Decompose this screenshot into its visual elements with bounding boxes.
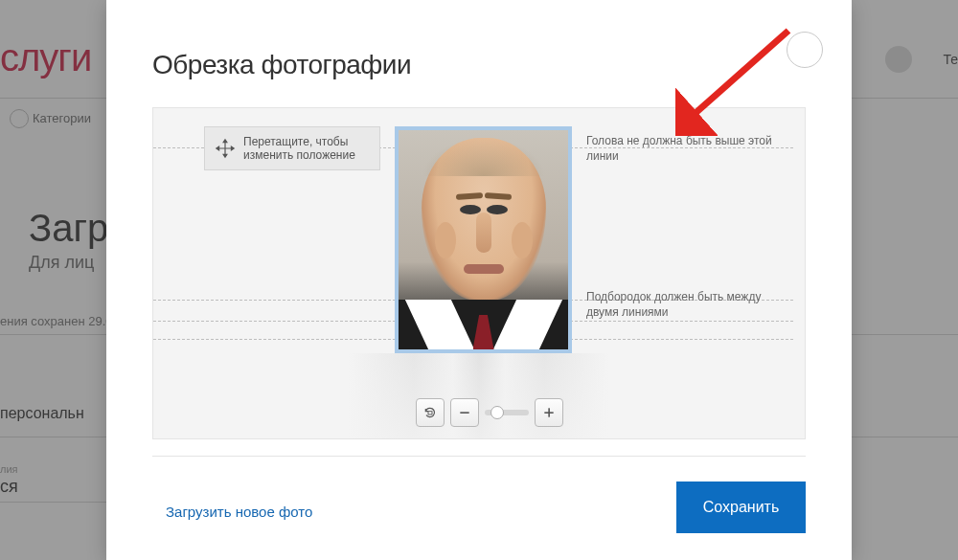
svg-rect-3 <box>548 408 550 416</box>
drag-hint: Перетащите, чтобы изменить положение <box>204 126 380 170</box>
guide-label-top: Голова не должна быть выше этой линии <box>586 134 792 164</box>
guide-label-chin: Подбородок должен быть между двумя линия… <box>586 290 792 320</box>
zoom-slider[interactable] <box>485 410 529 415</box>
zoom-out-button[interactable] <box>450 398 479 427</box>
save-button[interactable]: Сохранить <box>676 482 806 533</box>
plus-icon <box>541 405 557 420</box>
close-button[interactable] <box>787 32 823 68</box>
zoom-slider-thumb[interactable] <box>490 406 504 419</box>
crop-frame[interactable] <box>395 126 572 353</box>
rotate-button[interactable] <box>416 398 445 427</box>
modal-title: Обрезка фотографии <box>152 50 411 80</box>
svg-rect-0 <box>428 412 432 414</box>
photo-crop-modal: Обрезка фотографии Перетащите, чтобы изм… <box>106 0 852 560</box>
zoom-in-button[interactable] <box>535 398 563 427</box>
minus-icon <box>457 405 472 420</box>
upload-new-link[interactable]: Загрузить новое фото <box>166 504 312 520</box>
photo-placeholder <box>399 130 568 349</box>
move-icon <box>215 138 236 159</box>
rotate-icon <box>422 405 438 420</box>
crop-workspace: Перетащите, чтобы изменить положение Гол… <box>152 107 806 439</box>
zoom-controls <box>416 398 563 427</box>
drag-hint-text: Перетащите, чтобы изменить положение <box>243 135 370 163</box>
modal-divider <box>152 456 806 457</box>
svg-rect-1 <box>460 412 468 414</box>
